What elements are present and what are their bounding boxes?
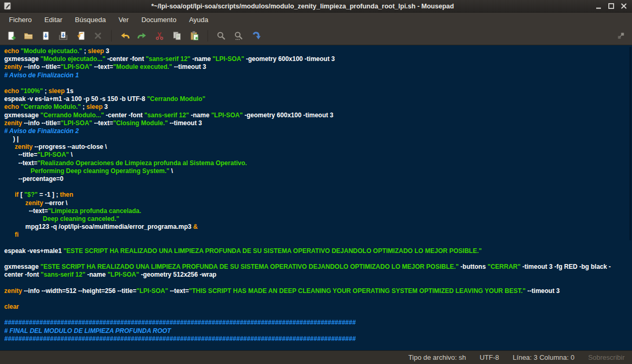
minimize-icon[interactable] xyxy=(592,1,605,12)
titlebar[interactable]: *~/lpi-soa/opt/lpi-soa/scripts/modulos/m… xyxy=(0,0,632,13)
code-line: center -font "sans-serif 12" -name "LPI-… xyxy=(4,271,632,279)
code-line: # Aviso de Finalización 1 xyxy=(4,72,632,79)
statusbar: Tipo de archivo: sh UTF-8 Línea: 3 Colum… xyxy=(0,350,632,364)
code-line: # FINAL DEL MODULO DE LIMPIEZA PROFUNDA … xyxy=(4,327,632,335)
code-line: echo "100%" ; sleep 1s xyxy=(4,87,632,95)
menu-bsqueda[interactable]: Búsqueda xyxy=(68,14,112,26)
code-line xyxy=(4,79,632,87)
status-overwrite-toggle[interactable]: Sobrescribir xyxy=(588,353,625,361)
revert-icon[interactable] xyxy=(74,29,87,43)
close-document-icon[interactable] xyxy=(91,29,105,43)
toolbar-separator xyxy=(208,30,208,42)
code-line: mpg123 -q /opt/lpi-soa/multimedia/error_… xyxy=(4,223,632,231)
menu-documento[interactable]: Documento xyxy=(135,14,182,26)
menu-ver[interactable]: Ver xyxy=(112,14,135,26)
code-line xyxy=(4,279,632,287)
code-line: zenity --progress --auto-close \ xyxy=(4,143,632,151)
code-line: gxmessage "Cerrando Modulo..." -center -… xyxy=(4,112,632,119)
vertical-scrollbar[interactable] xyxy=(629,47,631,240)
status-encoding: UTF-8 xyxy=(480,353,499,361)
code-line xyxy=(4,183,632,191)
find-icon[interactable] xyxy=(214,29,228,43)
go-to-icon[interactable] xyxy=(249,29,263,43)
redo-icon[interactable] xyxy=(135,29,149,43)
code-line: Deep cleaning canceled." xyxy=(4,215,632,223)
fullscreen-icon[interactable] xyxy=(614,29,628,43)
toolbar xyxy=(0,26,632,45)
new-document-icon[interactable] xyxy=(4,29,18,43)
code-line: ) | xyxy=(4,135,632,143)
code-line: espeak -ves+male1 "ESTE SCRIPT HA REALIZ… xyxy=(4,247,632,255)
copy-icon[interactable] xyxy=(170,29,184,43)
code-line: ########################################… xyxy=(4,319,632,327)
menu-editar[interactable]: Editar xyxy=(38,14,68,26)
code-line: zenity --error \ xyxy=(4,199,632,207)
code-line: zenity --info --title="LPI-SOA" --text="… xyxy=(4,119,632,127)
code-line xyxy=(4,255,632,263)
maximize-icon[interactable] xyxy=(605,1,617,12)
code-line: zenity --info --width=512 --height=256 -… xyxy=(4,287,632,295)
code-line: ########################################… xyxy=(4,335,632,343)
menu-ayuda[interactable]: Ayuda xyxy=(183,14,215,26)
close-icon[interactable] xyxy=(617,1,630,12)
undo-icon[interactable] xyxy=(118,29,132,43)
window-title: *~/lpi-soa/opt/lpi-soa/scripts/modulos/m… xyxy=(13,3,592,10)
code-line: if [ "$?" = -1 ] ; then xyxy=(4,191,632,199)
code-line: clear xyxy=(4,303,632,311)
save-icon[interactable] xyxy=(39,29,53,43)
toolbar-separator xyxy=(111,30,112,42)
text-editor-area[interactable]: echo "Modulo ejecutado." ; sleep 3gxmess… xyxy=(0,45,632,350)
code-line xyxy=(4,311,632,319)
code-line xyxy=(4,239,632,247)
code-line: gxmessage "Modulo ejecutado..." -center … xyxy=(4,55,632,63)
mousepad-window: *~/lpi-soa/opt/lpi-soa/scripts/modulos/m… xyxy=(0,0,632,364)
code-line: gxmessage "ESTE SCRIPT HA REALIZADO UNA … xyxy=(4,263,632,271)
code-line: --title="LPI-SOA" \ xyxy=(4,151,632,159)
mousepad-app-icon xyxy=(2,1,13,12)
code-line: zenity --info --title="LPI-SOA" --text="… xyxy=(4,63,632,71)
code-line: espeak -v es-la+m1 -a 100 -p 50 -s 150 -… xyxy=(4,95,632,103)
menubar: FicheroEditarBúsquedaVerDocumentoAyuda xyxy=(0,13,632,26)
open-folder-icon[interactable] xyxy=(22,29,35,43)
code-line: echo "Modulo ejecutado." ; sleep 3 xyxy=(4,47,632,55)
cut-icon[interactable] xyxy=(153,29,166,43)
save-as-icon[interactable] xyxy=(56,29,70,43)
code-line: --text="Realizando Operaciones de Limpie… xyxy=(4,159,632,167)
status-filetype: Tipo de archivo: sh xyxy=(408,353,466,361)
toolbar-buttons xyxy=(4,29,263,43)
code-line: fi xyxy=(4,231,632,239)
paste-icon[interactable] xyxy=(187,29,201,43)
code-line xyxy=(4,295,632,303)
code-line: echo "Cerrando Modulo." ; sleep 3 xyxy=(4,103,632,111)
menu-fichero[interactable]: Fichero xyxy=(3,14,38,26)
code-area: echo "Modulo ejecutado." ; sleep 3gxmess… xyxy=(4,47,632,343)
code-line: --text="Limpieza profunda cancelada. xyxy=(4,207,632,215)
code-line: --percentage=0 xyxy=(4,175,632,183)
code-line: Performing Deep cleaning Operating Syste… xyxy=(4,167,632,175)
status-cursor-position: Línea: 3 Columna: 0 xyxy=(513,353,575,361)
find-replace-icon[interactable] xyxy=(232,29,245,43)
code-line: # Aviso de Finalización 2 xyxy=(4,127,632,135)
